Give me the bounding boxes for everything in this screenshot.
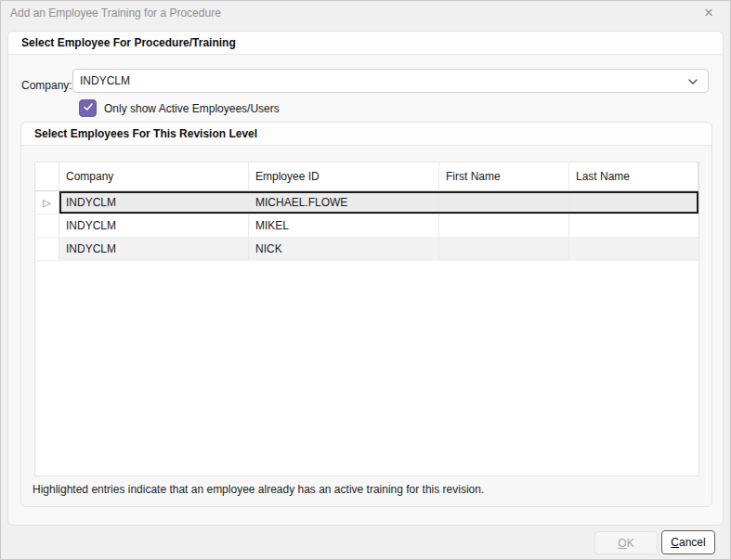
header-employee-id[interactable]: Employee ID: [249, 163, 439, 190]
active-only-checkbox-label[interactable]: Only show Active Employees/Users: [104, 102, 280, 115]
cell-employee-id[interactable]: MICHAEL.FLOWE: [249, 191, 439, 214]
company-combobox[interactable]: INDYCLM: [72, 69, 709, 93]
cell-employee-id[interactable]: NICK: [249, 238, 439, 260]
ok-button[interactable]: OK: [594, 531, 658, 554]
header-first-name[interactable]: First Name: [439, 163, 569, 190]
table-row[interactable]: ▷INDYCLMMICHAEL.FLOWE: [35, 191, 698, 215]
cancel-button[interactable]: Cancel: [661, 530, 715, 554]
header-company[interactable]: Company: [59, 163, 249, 190]
header-row-selector: [35, 163, 59, 190]
cell-company[interactable]: INDYCLM: [59, 238, 249, 260]
cell-employee-id[interactable]: MIKEL: [249, 215, 439, 237]
cell-company[interactable]: INDYCLM: [59, 215, 249, 237]
dialog-title: Add an Employee Training for a Procedure: [10, 7, 221, 20]
row-selector-cell[interactable]: [35, 238, 59, 260]
cell-last-name[interactable]: [569, 215, 698, 237]
table-row[interactable]: INDYCLMNICK: [35, 238, 698, 261]
employees-table: Company Employee ID First Name Last Name…: [34, 162, 699, 476]
cell-last-name[interactable]: [569, 238, 698, 260]
cell-company[interactable]: INDYCLM: [59, 191, 249, 214]
close-icon[interactable]: ×: [693, 0, 724, 26]
select-employee-group: Select Employee For Procedure/Training C…: [7, 31, 724, 526]
cell-first-name[interactable]: [439, 238, 569, 260]
row-selector-cell[interactable]: [35, 215, 59, 237]
checkmark-icon: [83, 101, 94, 115]
select-employees-revision-title: Select Employees For This Revision Level: [21, 123, 711, 146]
table-row[interactable]: INDYCLMMIKEL: [35, 215, 698, 238]
dialog-add-employee-training: Add an Employee Training for a Procedure…: [0, 0, 731, 560]
highlighted-entries-note: Highlighted entries indicate that an emp…: [33, 483, 484, 496]
table-header-row: Company Employee ID First Name Last Name: [35, 163, 698, 191]
header-last-name[interactable]: Last Name: [569, 163, 698, 190]
cell-last-name[interactable]: [569, 191, 698, 214]
select-employees-revision-group: Select Employees For This Revision Level…: [20, 122, 712, 507]
table-body: ▷INDYCLMMICHAEL.FLOWEINDYCLMMIKELINDYCLM…: [35, 191, 698, 261]
select-employee-group-title: Select Employee For Procedure/Training: [8, 32, 723, 55]
current-row-arrow-icon[interactable]: ▷: [35, 191, 59, 214]
chevron-down-icon[interactable]: [687, 76, 698, 90]
company-combobox-value: INDYCLM: [80, 74, 130, 87]
company-label: Company:: [21, 79, 72, 92]
cell-first-name[interactable]: [439, 191, 569, 214]
cell-first-name[interactable]: [439, 215, 569, 237]
active-only-checkbox[interactable]: [79, 99, 97, 117]
